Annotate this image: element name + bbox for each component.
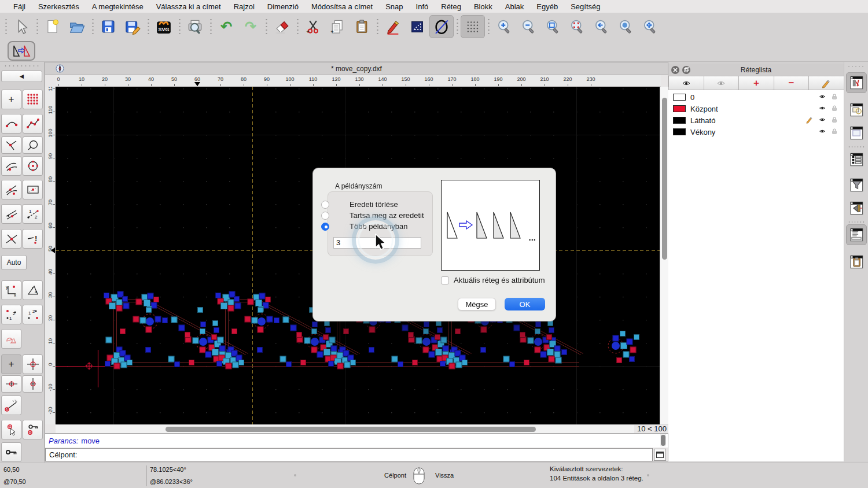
command-scrollbar[interactable] bbox=[660, 434, 666, 446]
menu-módosítsa-a-címet[interactable]: Módosítsa a címet bbox=[305, 2, 379, 11]
layer-visibility-icon[interactable] bbox=[818, 128, 827, 136]
menu-rajzol[interactable]: Rajzol bbox=[227, 2, 261, 11]
menu-fájl[interactable]: Fájl bbox=[7, 2, 32, 11]
layer-color-swatch[interactable] bbox=[673, 128, 686, 135]
set-relative-zero-button[interactable]: + bbox=[1, 354, 21, 374]
copy-button[interactable]: + bbox=[325, 15, 350, 38]
open-file-button[interactable] bbox=[65, 15, 89, 38]
angle-gauge-button[interactable] bbox=[1, 395, 21, 415]
layer-visibility-icon[interactable] bbox=[818, 116, 827, 125]
float-panel-button[interactable] bbox=[682, 66, 690, 74]
zoom-out-button[interactable] bbox=[516, 15, 540, 38]
vertical-scrollbar-thumb[interactable] bbox=[662, 98, 667, 260]
coordinate-polar-button[interactable]: ra bbox=[23, 280, 43, 300]
snap-center-button[interactable] bbox=[23, 156, 43, 176]
entity-tree-panel-button[interactable] bbox=[846, 149, 867, 170]
svg-export-button[interactable]: SVG bbox=[152, 15, 176, 38]
command-input[interactable]: Célpont: bbox=[45, 448, 653, 461]
zoom-pan-button[interactable] bbox=[638, 15, 662, 38]
use-current-layer-checkbox-row[interactable]: Aktuális réteg és attribútum bbox=[441, 276, 554, 284]
layer-lock-icon[interactable] bbox=[831, 104, 838, 114]
zoom-selected-button[interactable] bbox=[565, 15, 589, 38]
zoom-in-button[interactable] bbox=[492, 15, 516, 38]
save-button[interactable] bbox=[96, 15, 120, 38]
vertical-scrollbar[interactable] bbox=[660, 87, 668, 424]
relzero-horizontal-button[interactable] bbox=[1, 375, 21, 393]
command-scrollbar-thumb[interactable] bbox=[661, 435, 665, 446]
snap-middle-button[interactable] bbox=[1, 156, 21, 176]
paste-button[interactable] bbox=[350, 15, 374, 38]
layer-color-swatch[interactable] bbox=[673, 94, 686, 101]
ellipse-tool-button[interactable] bbox=[429, 15, 454, 38]
command-window-button[interactable] bbox=[654, 449, 666, 461]
restrict-orthogonal-button[interactable] bbox=[1, 204, 21, 224]
close-panel-button[interactable] bbox=[671, 66, 679, 74]
horizontal-scrollbar[interactable] bbox=[56, 424, 634, 433]
horizontal-scrollbar-thumb[interactable] bbox=[165, 427, 536, 432]
menu-segítség[interactable]: Segítség bbox=[564, 2, 606, 11]
snap-entity-loop-button[interactable] bbox=[23, 136, 43, 154]
menu-szerkesztés[interactable]: Szerkesztés bbox=[32, 2, 86, 11]
menu-a-megtekintése[interactable]: A megtekintése bbox=[86, 2, 150, 11]
cut-button[interactable]: + bbox=[301, 15, 325, 38]
pointer-tool-button[interactable] bbox=[9, 15, 34, 38]
layer-list-panel-button[interactable] bbox=[846, 72, 867, 93]
dock-strip-handle[interactable] bbox=[847, 65, 866, 68]
clipboard-panel-button[interactable] bbox=[846, 252, 867, 272]
zoom-window-button[interactable] bbox=[613, 15, 638, 38]
edit-layer-button[interactable] bbox=[808, 76, 844, 90]
layer-visibility-icon[interactable] bbox=[818, 93, 827, 102]
menu-infó[interactable]: Infó bbox=[410, 2, 435, 11]
layer-color-swatch[interactable] bbox=[673, 105, 686, 112]
attributes-tool-button[interactable] bbox=[405, 15, 429, 38]
move-copy-tool-button[interactable] bbox=[8, 41, 35, 61]
menu-réteg[interactable]: Réteg bbox=[435, 2, 468, 11]
layer-row-látható[interactable]: Látható bbox=[668, 114, 844, 126]
undo-button[interactable]: ↶ bbox=[214, 15, 238, 38]
layer-lock-icon[interactable] bbox=[831, 127, 838, 137]
layer-color-swatch[interactable] bbox=[673, 117, 686, 124]
eraser-button[interactable] bbox=[270, 15, 294, 38]
restrict-intersection-button[interactable] bbox=[1, 229, 21, 249]
snap-on-entity-button[interactable] bbox=[23, 114, 43, 134]
menu-válassza-ki-a-címet[interactable]: Válassza ki a címet bbox=[150, 2, 227, 11]
layer-row-központ[interactable]: Központ bbox=[668, 103, 844, 114]
menu-dimenzió[interactable]: Dimenzió bbox=[261, 2, 305, 11]
palette-handle[interactable] bbox=[3, 64, 41, 68]
snap-endpoints-button[interactable] bbox=[1, 114, 21, 134]
menu-snap[interactable]: Snap bbox=[379, 2, 409, 11]
layer-lock-icon[interactable] bbox=[831, 116, 838, 125]
layer-row-0[interactable]: 0 bbox=[668, 91, 844, 103]
snap-free-button[interactable]: + bbox=[1, 90, 21, 109]
menu-blokk[interactable]: Blokk bbox=[468, 2, 499, 11]
show-all-layers-button[interactable] bbox=[668, 76, 704, 90]
restrict-nothing-button[interactable]: ! bbox=[23, 229, 43, 249]
radio-circle[interactable] bbox=[321, 223, 329, 231]
grid-toggle-button[interactable] bbox=[461, 15, 485, 38]
selection-preview-button[interactable] bbox=[1, 329, 21, 349]
two-points-1-2-button[interactable]: 12 bbox=[1, 305, 21, 324]
layer-visibility-icon[interactable] bbox=[818, 105, 827, 113]
coordinate-cartesian-button[interactable]: yx bbox=[1, 280, 21, 300]
menu-egyéb[interactable]: Egyéb bbox=[530, 2, 564, 11]
save-as-button[interactable] bbox=[120, 15, 145, 38]
zoom-auto-button[interactable] bbox=[540, 15, 565, 38]
command-panel-button[interactable] bbox=[846, 224, 867, 245]
two-points-2-1-button[interactable]: 12 bbox=[23, 305, 43, 324]
snap-reference-button[interactable] bbox=[23, 180, 43, 199]
radio-delete-original[interactable]: Eredeti törlése bbox=[321, 200, 398, 209]
relzero-vertical-button[interactable] bbox=[23, 375, 43, 393]
cancel-button[interactable]: Mégse bbox=[458, 298, 496, 310]
relative-zero-marker-button[interactable] bbox=[23, 354, 43, 374]
remove-layer-button[interactable]: − bbox=[774, 76, 810, 90]
pick-coordinate-button[interactable] bbox=[1, 420, 21, 439]
radio-circle[interactable] bbox=[321, 201, 329, 209]
unlock-relative-zero-button[interactable] bbox=[1, 442, 21, 462]
ok-button[interactable]: OK bbox=[505, 298, 545, 310]
snap-intersection-button[interactable] bbox=[1, 136, 21, 154]
hide-all-layers-button[interactable] bbox=[704, 76, 740, 90]
print-preview-button[interactable] bbox=[183, 15, 207, 38]
pen-palette-panel-button[interactable] bbox=[846, 198, 867, 219]
lock-relative-zero-button[interactable] bbox=[23, 420, 43, 439]
snap-distance-button[interactable]: 12 bbox=[23, 204, 43, 224]
